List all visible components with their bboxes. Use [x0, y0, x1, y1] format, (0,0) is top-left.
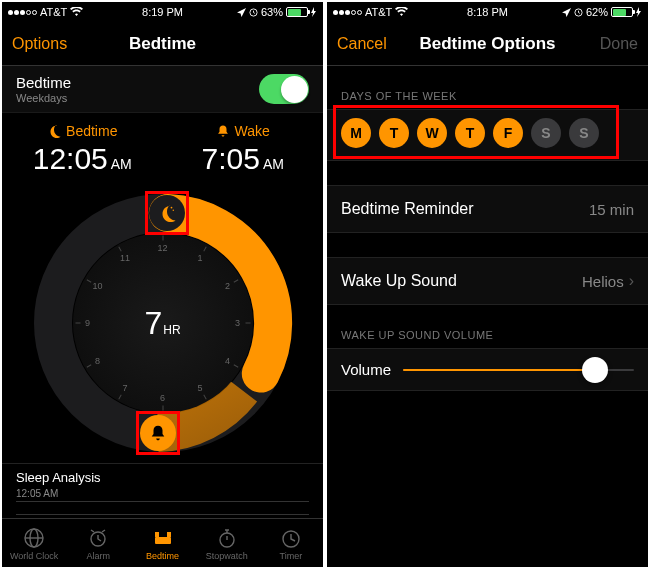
- battery-icon: [286, 7, 308, 17]
- face-hour-12: 12: [157, 243, 167, 253]
- sleep-chart: [16, 501, 309, 515]
- sleep-analysis[interactable]: Sleep Analysis 12:05 AM: [2, 463, 323, 515]
- battery-pct: 63%: [261, 6, 283, 18]
- status-bar: AT&T 8:19 PM 63%: [2, 2, 323, 22]
- time-labels: Bedtime 12:05AM Wake 7:05AM: [2, 113, 323, 178]
- nav-bar: Cancel Bedtime Options Done: [327, 22, 648, 66]
- done-button[interactable]: Done: [600, 35, 638, 53]
- duration-unit: HR: [163, 323, 180, 337]
- face-hour-3: 3: [235, 318, 240, 328]
- volume-header: WAKE UP SOUND VOLUME: [327, 305, 648, 348]
- tab-bar: World Clock Alarm Bedtime Stopwatch Time…: [2, 518, 323, 567]
- duration-number: 7: [144, 305, 162, 341]
- charging-icon: [636, 7, 642, 17]
- sleep-analysis-title: Sleep Analysis: [16, 470, 309, 485]
- face-hour-2: 2: [225, 281, 230, 291]
- bedtime-options-screen: AT&T 8:18 PM 62% Cancel Bedtime Options …: [327, 2, 648, 567]
- bedtime-time: 12:05AM: [2, 142, 163, 176]
- tab-stopwatch[interactable]: Stopwatch: [195, 519, 259, 567]
- svg-rect-10: [167, 532, 171, 537]
- face-hour-10: 10: [93, 281, 103, 291]
- location-icon: [562, 8, 571, 17]
- sound-value: Helios: [582, 273, 624, 290]
- clock-face: 121234567891011 7HR: [73, 233, 253, 413]
- volume-label: Volume: [341, 361, 391, 378]
- options-button[interactable]: Options: [12, 35, 67, 53]
- alarm-status-icon: [249, 8, 258, 17]
- schedule-title: Bedtime: [16, 74, 71, 91]
- days-header: DAYS OF THE WEEK: [327, 66, 648, 109]
- slider-thumb[interactable]: [582, 357, 608, 383]
- alarm-status-icon: [574, 8, 583, 17]
- wake-time: 7:05AM: [163, 142, 324, 176]
- bell-icon: [216, 124, 230, 138]
- wake-sound-row[interactable]: Wake Up Sound Helios›: [327, 257, 648, 305]
- nav-bar: Options Bedtime: [2, 22, 323, 66]
- tab-timer[interactable]: Timer: [259, 519, 323, 567]
- sound-label: Wake Up Sound: [341, 272, 457, 290]
- moon-icon: [47, 124, 61, 138]
- schedule-toggle[interactable]: [259, 74, 309, 104]
- tab-world-clock[interactable]: World Clock: [2, 519, 66, 567]
- schedule-row[interactable]: Bedtime Weekdays: [2, 66, 323, 113]
- signal-dots: [8, 10, 37, 15]
- location-icon: [237, 8, 246, 17]
- wifi-icon: [395, 7, 408, 17]
- wake-header: Wake: [163, 123, 324, 139]
- nav-title: Bedtime: [129, 34, 196, 54]
- wifi-icon: [70, 7, 83, 17]
- signal-dots: [333, 10, 362, 15]
- face-hour-8: 8: [95, 356, 100, 366]
- schedule-subtitle: Weekdays: [16, 92, 71, 104]
- battery-icon: [611, 7, 633, 17]
- sleep-clock[interactable]: 121234567891011 7HR: [23, 183, 303, 463]
- status-bar: AT&T 8:18 PM 62%: [327, 2, 648, 22]
- reminder-value: 15 min: [589, 201, 634, 218]
- reminder-label: Bedtime Reminder: [341, 200, 474, 218]
- face-hour-11: 11: [120, 253, 130, 263]
- charging-icon: [311, 7, 317, 17]
- clock-time: 8:18 PM: [467, 6, 508, 18]
- svg-rect-8: [155, 537, 171, 544]
- battery-pct: 62%: [586, 6, 608, 18]
- nav-title: Bedtime Options: [419, 34, 555, 54]
- sleep-analysis-time: 12:05 AM: [16, 488, 309, 499]
- face-hour-7: 7: [122, 383, 127, 393]
- face-hour-6: 6: [160, 393, 165, 403]
- bedtime-header: Bedtime: [2, 123, 163, 139]
- clock-time: 8:19 PM: [142, 6, 183, 18]
- chevron-right-icon: ›: [629, 272, 634, 290]
- carrier-label: AT&T: [40, 6, 67, 18]
- cancel-button[interactable]: Cancel: [337, 35, 387, 53]
- bedtime-screen: AT&T 8:19 PM 63% Options Bedtime Bedtime…: [2, 2, 323, 567]
- face-hour-5: 5: [197, 383, 202, 393]
- carrier-label: AT&T: [365, 6, 392, 18]
- volume-slider[interactable]: [403, 369, 634, 371]
- svg-rect-9: [155, 532, 159, 537]
- bedtime-reminder-row[interactable]: Bedtime Reminder 15 min: [327, 185, 648, 233]
- highlight-days: [333, 105, 619, 159]
- tab-bedtime[interactable]: Bedtime: [130, 519, 194, 567]
- face-hour-4: 4: [225, 356, 230, 366]
- face-hour-9: 9: [85, 318, 90, 328]
- volume-row: Volume: [327, 348, 648, 391]
- highlight-bedtime-handle: [145, 191, 189, 235]
- tab-alarm[interactable]: Alarm: [66, 519, 130, 567]
- face-hour-1: 1: [197, 253, 202, 263]
- highlight-wake-handle: [136, 411, 180, 455]
